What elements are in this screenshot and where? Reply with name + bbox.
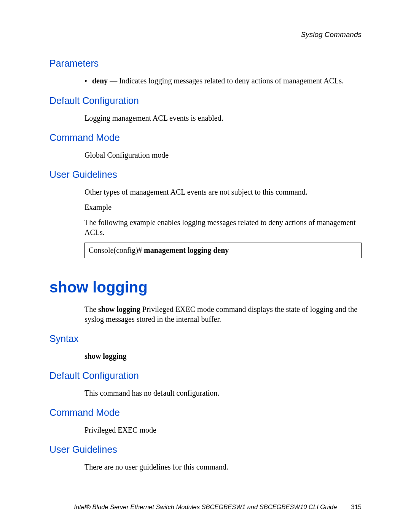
heading-syntax: Syntax <box>49 333 362 344</box>
user-guidelines-1-body1: Other types of management ACL events are… <box>84 187 362 197</box>
heading-parameters: Parameters <box>49 58 362 69</box>
user-guidelines-1-body2: Example <box>84 202 362 212</box>
heading-default-config-2: Default Configuration <box>49 370 362 381</box>
bullet-icon: • <box>84 76 92 86</box>
intro-bold: show logging <box>98 305 140 313</box>
command-mode-2-body: Privileged EXEC mode <box>84 425 362 435</box>
bullet-content: deny — Indicates logging messages relate… <box>92 76 344 86</box>
command-mode-1-body: Global Configuration mode <box>84 150 362 160</box>
bullet-desc: Indicates logging messages related to de… <box>119 77 344 85</box>
bullet-term: deny <box>92 77 108 85</box>
heading-command-mode-1: Command Mode <box>49 132 362 143</box>
bullet-sep: — <box>108 77 119 85</box>
heading-user-guidelines-2: User Guidelines <box>49 444 362 455</box>
user-guidelines-2-body: There are no user guidelines for this co… <box>84 462 362 472</box>
parameters-bullet: • deny — Indicates logging messages rela… <box>84 76 362 86</box>
code-example-box: Console(config)# management logging deny <box>84 243 362 258</box>
page-footer: Intel® Blade Server Ethernet Switch Modu… <box>49 503 362 511</box>
intro-prefix: The <box>84 305 98 313</box>
page-container: Syslog Commands Parameters • deny — Indi… <box>0 0 411 532</box>
heading-show-logging: show logging <box>49 279 362 296</box>
default-config-2-body: This command has no default configuratio… <box>84 388 362 398</box>
code-command: management logging deny <box>144 246 229 254</box>
footer-page-number: 315 <box>339 503 362 511</box>
heading-default-config-1: Default Configuration <box>49 95 362 106</box>
header-section-title: Syslog Commands <box>49 30 362 39</box>
heading-user-guidelines-1: User Guidelines <box>49 169 362 180</box>
user-guidelines-1-body3: The following example enables logging me… <box>84 217 362 237</box>
heading-command-mode-2: Command Mode <box>49 407 362 418</box>
syntax-body: show logging <box>84 351 362 361</box>
default-config-1-body: Logging management ACL events is enabled… <box>84 113 362 123</box>
show-logging-intro: The show logging Privileged EXEC mode co… <box>84 304 362 324</box>
footer-title: Intel® Blade Server Ethernet Switch Modu… <box>72 503 339 511</box>
code-prefix: Console(config)# <box>89 246 144 254</box>
